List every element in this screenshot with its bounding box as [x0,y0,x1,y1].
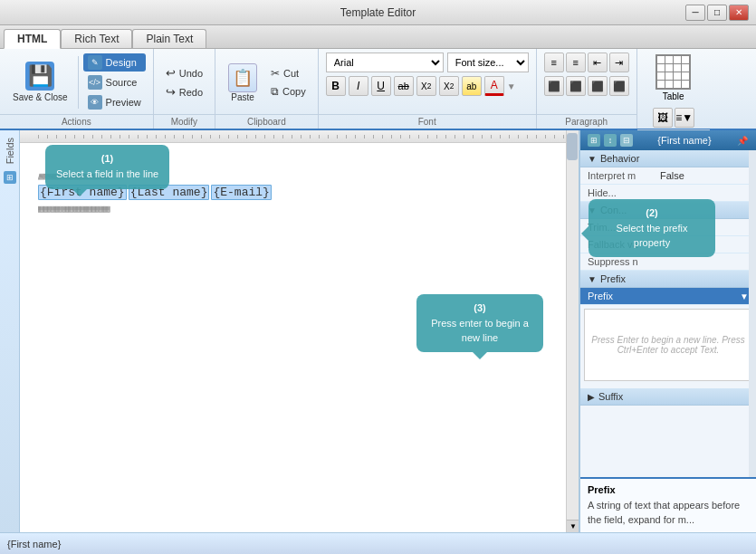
insert-extras: 🖼 ≡▼ [653,108,694,128]
email-field[interactable]: {E-mail} [211,185,271,200]
close-button[interactable]: ✕ [729,5,749,21]
trim-row[interactable]: Trim... [580,219,756,236]
picture-button[interactable]: 🖼 [653,108,673,128]
tab-richtext[interactable]: Rich Text [61,29,132,48]
scrollbar-thumb[interactable] [567,133,578,160]
italic-button[interactable]: I [349,76,368,96]
prefix-section-header[interactable]: ▼ Prefix [580,271,756,288]
align-buttons: ⬛ ⬛ ⬛ ⬛ [544,76,629,96]
editor-scrollbar[interactable]: ▼ [566,130,579,532]
first-name-field[interactable]: {First name} [38,185,127,200]
copy-button[interactable]: ⧉ Copy [266,83,311,100]
prefix-placeholder: Press Enter to begin a new line. Press C… [589,335,748,355]
scroll-down-button[interactable]: ▼ [567,520,579,532]
list-buttons: ≡ ≡ ⇤ ⇥ [544,53,629,72]
insert-table-button[interactable]: Table [652,53,694,103]
source-mode-button[interactable]: </> Source [83,73,146,91]
tab-bar: HTML Rich Text Plain Text [0,25,756,49]
behavior-section-header[interactable]: ▼ Behavior [580,150,756,167]
superscript-button[interactable]: X2 [439,76,459,96]
prefix-input-area[interactable]: Press Enter to begin a new line. Press C… [584,309,752,381]
template-bottom-row: ▦▦▦▦▦▦▦▦▦▦▦▦ [38,203,560,215]
ribbon-group-font: Arial Font size... B I U ab X2 X2 ab A ▼ [319,49,536,130]
window-title: Template Editor [71,6,685,19]
save-icon: 💾 [25,62,54,91]
design-mode-button[interactable]: ✎ Design [83,53,146,72]
justify-button[interactable]: ⬛ [609,76,629,96]
actions-label: Actions [0,114,153,130]
ribbon-group-paragraph: ≡ ≡ ⇤ ⇥ ⬛ ⬛ ⬛ ⬛ Paragraph [537,49,636,130]
ribbon: 💾 Save & Close ✎ Design </> Source [0,49,756,130]
bold-button[interactable]: B [326,76,346,96]
ribbon-group-insert: Table 🖼 ≡▼ Insert [637,49,710,130]
prefix-label: Prefix [588,291,660,301]
editor-ruler [20,130,579,143]
ribbon-group-modify: ↩ Undo ↪ Redo Modify [154,49,215,130]
last-name-field[interactable]: {Last name} [129,185,210,200]
main-area: Fields ⊞ ▦▦▦▦▦▦▦▦▦▦▦▦ {First name}{Last … [0,130,756,532]
decrease-indent-button[interactable]: ⇤ [588,53,608,72]
interpret-m-row[interactable]: Interpret m False [580,167,756,185]
unordered-list-button[interactable]: ≡ [566,53,586,72]
preview-icon: 👁 [88,95,102,110]
properties-scrollbar[interactable] [749,150,756,477]
prefix-row[interactable]: Prefix ▼ [580,288,756,305]
mode-buttons: ✎ Design </> Source 👁 Preview [83,53,146,111]
undo-button[interactable]: ↩ Undo [161,64,207,81]
interpret-m-value: False [660,170,749,181]
template-field-row: {First name}{Last name}{E-mail} [38,186,560,199]
strikethrough-button[interactable]: ab [394,76,414,96]
properties-panel: ⊞ ↕ ⊟ {First name} 📌 ▼ Behavior Interpre… [579,130,756,532]
hide-row[interactable]: Hide... [580,185,756,202]
fields-sidebar: Fields ⊞ [0,130,20,532]
suppress-row[interactable]: Suppress n [580,253,756,271]
align-center-button[interactable]: ⬛ [566,76,586,96]
highlight-button[interactable]: ab [462,76,482,96]
prop-tab-icon-2[interactable]: ↕ [604,134,617,147]
properties-pin-button[interactable]: 📌 [736,134,749,147]
insert-extra-button[interactable]: ≡▼ [675,108,694,128]
redo-button[interactable]: ↪ Redo [161,83,207,100]
template-content[interactable]: ▦▦▦▦▦▦▦▦▦▦▦▦ {First name}{Last name}{E-m… [20,170,579,215]
font-row-2: B I U ab X2 X2 ab A ▼ [326,76,516,96]
preview-mode-button[interactable]: 👁 Preview [83,93,146,111]
font-size-select[interactable]: Font size... [447,53,529,72]
font-label: Font [319,114,536,130]
paste-label: Paste [231,92,254,102]
prop-bottom-title: Prefix [588,484,749,495]
design-icon: ✎ [88,55,102,70]
modify-label: Modify [154,114,215,130]
prop-tab-icon-1[interactable]: ⊞ [588,134,600,147]
tab-html[interactable]: HTML [4,29,61,49]
increase-indent-button[interactable]: ⇥ [609,53,629,72]
paste-button[interactable]: 📋 Paste [223,60,263,106]
table-label: Table [663,91,684,101]
paste-icon: 📋 [228,63,257,92]
ordered-list-button[interactable]: ≡ [544,53,564,72]
status-text: {First name} [7,539,61,549]
align-right-button[interactable]: ⬛ [588,76,608,96]
maximize-button[interactable]: □ [707,5,727,21]
underline-button[interactable]: U [371,76,391,96]
save-close-button[interactable]: 💾 Save & Close [7,58,73,107]
con-section-header[interactable]: ▼ Con... [580,202,756,219]
hide-label: Hide... [588,187,660,198]
cut-button[interactable]: ✂ Cut [266,65,311,81]
font-family-select[interactable]: Arial [326,53,444,72]
font-color-button[interactable]: A [484,76,504,96]
editor-area[interactable]: ▦▦▦▦▦▦▦▦▦▦▦▦ {First name}{Last name}{E-m… [20,130,579,532]
minimize-button[interactable]: ─ [685,5,705,21]
prefix-dropdown-arrow[interactable]: ▼ [740,291,749,301]
subscript-button[interactable]: X2 [416,76,436,96]
save-close-label: Save & Close [13,92,68,103]
tab-plaintext[interactable]: Plain Text [132,29,206,48]
align-left-button[interactable]: ⬛ [544,76,564,96]
fallback-label: Fallback va [588,239,660,250]
properties-field-name: {First name} [657,135,711,146]
fields-icon[interactable]: ⊞ [4,171,16,184]
fallback-row[interactable]: Fallback va [580,236,756,253]
fields-label: Fields [5,134,15,167]
window-controls[interactable]: ─ □ ✕ [685,5,749,21]
suffix-section-header[interactable]: ▶ Suffix [580,388,756,406]
prop-tab-icon-3[interactable]: ⊟ [620,134,633,147]
